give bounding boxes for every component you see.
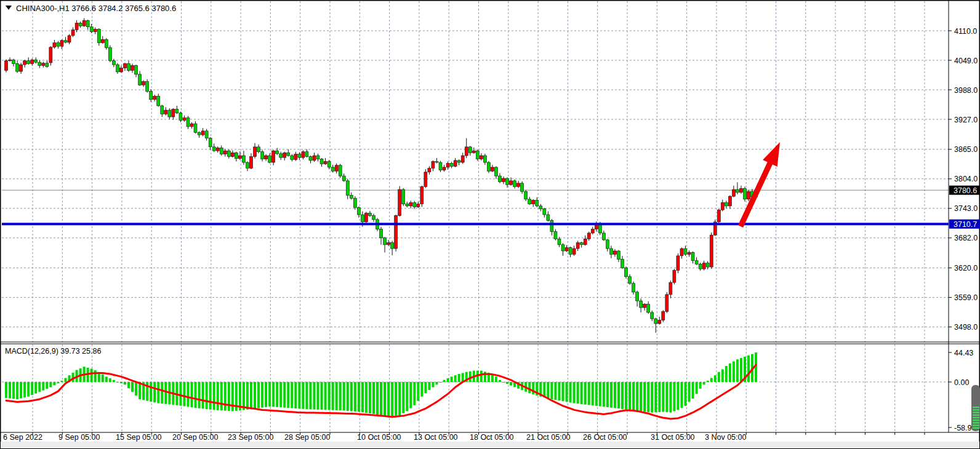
price-tick-label: 3743.0 — [954, 204, 978, 213]
time-tick-label: 15 Sep 05:00 — [116, 433, 161, 442]
time-tick-label: 23 Sep 05:00 — [228, 433, 273, 442]
price-tick-label: 4110.0 — [954, 27, 977, 36]
support-price-box: 3710.7 — [949, 220, 980, 229]
macd-indicator-label: MACD(12,26,9) 39.73 25.86 — [5, 347, 101, 356]
time-tick-label: 10 Oct 05:00 — [357, 433, 401, 442]
time-tick-label: 28 Sep 05:00 — [284, 433, 330, 442]
svg-text:3780.6: 3780.6 — [954, 186, 977, 195]
price-tick-label: 4049.0 — [954, 57, 978, 65]
time-tick-label: 31 Oct 05:00 — [651, 433, 695, 442]
price-tick-label: 3927.0 — [954, 116, 978, 124]
time-tick-label: 21 Oct 05:00 — [526, 433, 571, 442]
price-tick-label: 3559.0 — [954, 293, 978, 302]
chart-canvas[interactable]: 4110.04049.03988.03927.03865.03804.03743… — [0, 0, 980, 449]
time-tick-label: 20 Sep 05:00 — [172, 433, 218, 442]
time-tick-label: 18 Oct 05:00 — [470, 433, 514, 442]
bottom-strip — [1, 442, 979, 448]
svg-text:3710.7: 3710.7 — [954, 220, 977, 229]
price-tick-label: 3620.0 — [954, 264, 978, 272]
current-price-box: 3780.6 — [949, 186, 980, 195]
macd-tick-label: 44.43 — [954, 349, 973, 357]
price-tick-label: 3988.0 — [954, 86, 978, 95]
macd-tick-label: 0.00 — [954, 378, 969, 387]
time-tick-label: 3 Nov 05:00 — [705, 433, 746, 442]
price-tick-label: 3804.0 — [954, 175, 978, 183]
price-tick-label: 3498.0 — [954, 323, 978, 332]
time-tick-label: 26 Oct 05:00 — [583, 433, 627, 442]
time-tick-label: 13 Oct 05:00 — [414, 433, 458, 442]
time-tick-label: 6 Sep 2022 — [3, 433, 42, 442]
symbol-title: CHINA300-,H1 3766.6 3784.2 3765.6 3780.6 — [16, 4, 176, 13]
price-tick-label: 3682.0 — [954, 234, 978, 242]
time-tick-label: 9 Sep 05:00 — [58, 433, 100, 442]
scroll-widget[interactable] — [971, 385, 980, 431]
price-tick-label: 3865.0 — [954, 145, 978, 154]
mt4-chart-window: 4110.04049.03988.03927.03865.03804.03743… — [0, 0, 980, 449]
